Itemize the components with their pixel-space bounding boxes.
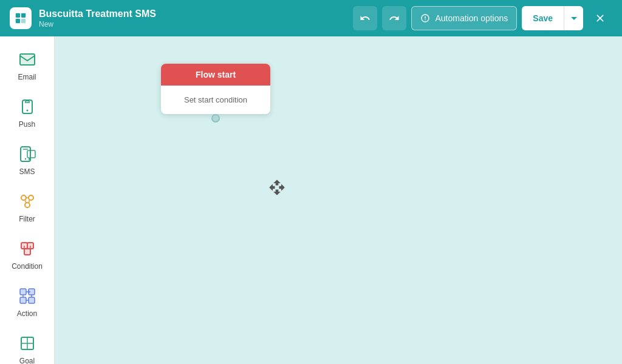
sidebar-item-filter-label: Filter	[19, 215, 35, 223]
flow-start-header: Flow start	[161, 64, 270, 86]
sidebar-item-push-label: Push	[19, 120, 35, 129]
app-title: Buscuitta Treatment SMS	[39, 8, 346, 19]
app-subtitle: New	[39, 20, 346, 29]
flow-start-body[interactable]: Set start condition	[161, 86, 270, 114]
goal-icon	[16, 332, 38, 354]
svg-point-12	[21, 195, 26, 200]
sidebar-item-action[interactable]: Action	[4, 279, 51, 324]
svg-rect-0	[16, 13, 20, 18]
app-logo	[10, 7, 32, 29]
sidebar-item-email[interactable]: Email	[4, 42, 51, 87]
svg-rect-4	[20, 54, 35, 65]
close-button[interactable]	[588, 6, 612, 30]
svg-rect-28	[20, 297, 26, 303]
sidebar-item-goal[interactable]: Goal	[4, 326, 51, 364]
svg-rect-3	[21, 19, 26, 23]
action-icon	[16, 285, 38, 307]
svg-rect-30	[29, 297, 35, 303]
automation-options-button[interactable]: Automation options	[411, 6, 517, 30]
undo-button[interactable]	[353, 6, 377, 30]
main-content: Email Push	[0, 36, 622, 364]
save-group: Save	[522, 6, 583, 30]
sms-icon	[16, 143, 38, 165]
flow-start-connector[interactable]	[211, 114, 220, 123]
sidebar-item-action-label: Action	[17, 309, 37, 318]
flow-canvas[interactable]: Flow start Set start condition	[55, 36, 622, 364]
header-actions: Automation options Save	[353, 6, 612, 30]
filter-icon	[16, 190, 38, 212]
sidebar-item-sms[interactable]: SMS	[4, 137, 51, 182]
svg-rect-2	[16, 19, 20, 23]
save-dropdown-button[interactable]	[564, 6, 583, 30]
svg-rect-24	[20, 289, 26, 295]
move-cursor-icon	[268, 179, 285, 200]
svg-point-7	[26, 110, 28, 112]
svg-point-14	[25, 203, 30, 207]
push-icon	[16, 96, 38, 118]
sidebar-item-goal-label: Goal	[19, 357, 35, 364]
automation-options-label: Automation options	[435, 13, 508, 23]
redo-button[interactable]	[382, 6, 406, 30]
svg-rect-22	[24, 249, 30, 255]
condition-icon	[16, 238, 38, 260]
sidebar: Email Push	[0, 36, 55, 364]
svg-point-13	[29, 195, 33, 200]
svg-rect-26	[29, 289, 35, 295]
header-title-block: Buscuitta Treatment SMS New	[39, 8, 346, 28]
sidebar-item-sms-label: SMS	[19, 167, 35, 176]
sidebar-item-condition-label: Condition	[12, 262, 43, 271]
sidebar-item-condition[interactable]: Condition	[4, 232, 51, 277]
svg-point-10	[24, 158, 26, 160]
save-button[interactable]: Save	[522, 6, 564, 30]
sidebar-item-email-label: Email	[18, 73, 36, 81]
sidebar-item-filter[interactable]: Filter	[4, 184, 51, 229]
sidebar-item-push[interactable]: Push	[4, 90, 51, 135]
svg-rect-1	[21, 13, 26, 18]
email-icon	[16, 49, 38, 70]
flow-start-card[interactable]: Flow start Set start condition	[161, 64, 270, 114]
app-header: Buscuitta Treatment SMS New Automation o…	[0, 0, 622, 36]
